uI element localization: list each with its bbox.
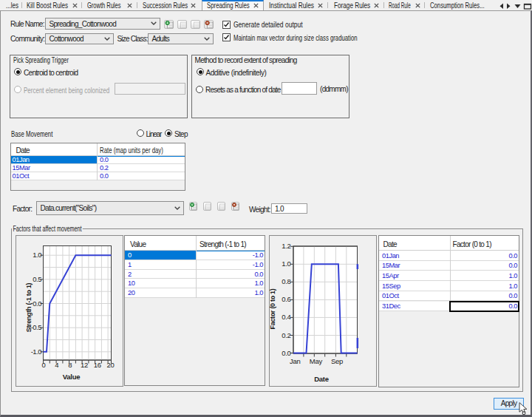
svg-text:8: 8 <box>68 361 72 369</box>
svg-text:Factor (0 to 1): Factor (0 to 1) <box>269 288 276 329</box>
svg-text:4: 4 <box>55 361 58 369</box>
svg-text:12: 12 <box>81 361 88 369</box>
svg-text:-1.0: -1.0 <box>30 348 41 356</box>
svg-text:0.6: 0.6 <box>282 295 290 303</box>
svg-text:Jan: Jan <box>290 357 300 365</box>
svg-text:Strength (-1 to 1): Strength (-1 to 1) <box>24 282 32 332</box>
svg-text:0.8: 0.8 <box>282 277 290 285</box>
svg-text:16: 16 <box>93 361 100 369</box>
svg-text:1.0: 1.0 <box>282 260 290 268</box>
svg-text:0.2: 0.2 <box>282 331 290 339</box>
svg-text:20: 20 <box>106 361 114 369</box>
svg-text:1.2: 1.2 <box>282 242 290 250</box>
svg-text:0: 0 <box>41 361 45 369</box>
svg-text:0.0: 0.0 <box>33 299 41 308</box>
svg-text:1.0: 1.0 <box>33 251 41 259</box>
svg-text:0.5: 0.5 <box>33 275 41 283</box>
svg-text:0.0: 0.0 <box>282 349 290 357</box>
svg-text:-0.5: -0.5 <box>30 323 41 331</box>
svg-text:Date: Date <box>314 375 328 383</box>
svg-text:May: May <box>310 357 323 365</box>
svg-text:0.4: 0.4 <box>282 313 290 321</box>
svg-text:Sep: Sep <box>331 357 343 365</box>
svg-text:Value: Value <box>62 373 79 381</box>
